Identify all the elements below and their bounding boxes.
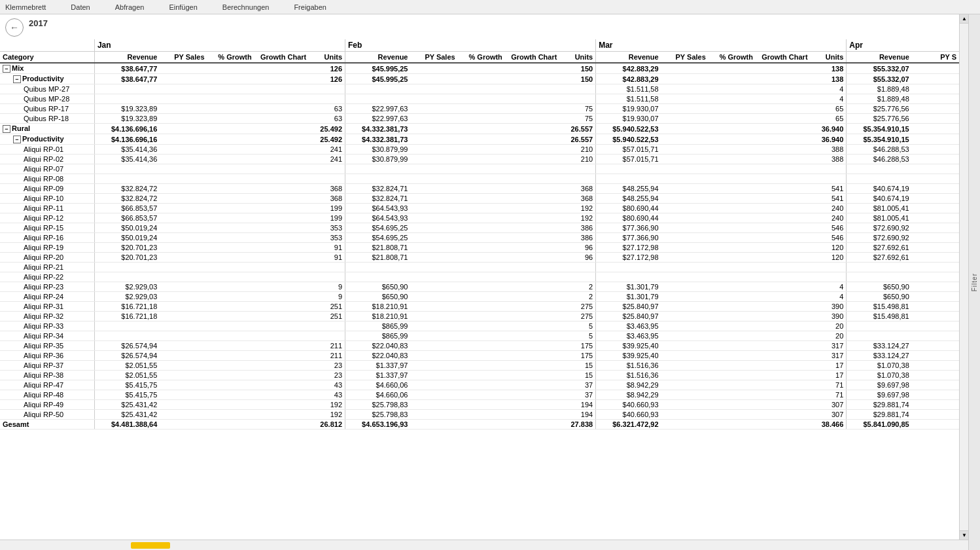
data-cell: 211 (313, 341, 345, 351)
data-cell (505, 390, 563, 400)
data-cell: 240 (814, 213, 847, 223)
toolbar-row: ← 2017 (0, 14, 980, 40)
scroll-up-button[interactable]: ▲ (960, 14, 969, 24)
th-apr-revenue: Revenue (847, 52, 912, 64)
data-cell (709, 124, 756, 134)
data-cell: 210 (563, 155, 596, 164)
row-name-label: Aliqui RP-49 (24, 401, 63, 409)
collapse-icon[interactable]: − (13, 136, 21, 143)
data-cell (912, 361, 959, 371)
menu-freigaben[interactable]: Freigaben (291, 2, 329, 12)
data-cell: 150 (563, 63, 596, 74)
data-cell (254, 194, 313, 204)
menu-berechnungen[interactable]: Berechnungen (220, 2, 272, 12)
data-cell (207, 114, 254, 124)
data-cell (207, 155, 254, 164)
data-cell (563, 263, 596, 272)
data-cell (458, 410, 505, 420)
data-cell: $4.136.696,16 (94, 124, 160, 134)
category-cell: Aliqui RP-02 (0, 155, 94, 164)
category-cell: Aliqui RP-47 (0, 380, 94, 390)
data-cell (661, 400, 709, 410)
category-cell: Quibus RP-17 (0, 104, 94, 114)
data-cell (912, 272, 959, 282)
data-cell (160, 312, 207, 321)
data-cell (458, 104, 505, 114)
data-cell: 26.812 (313, 420, 345, 430)
category-cell: Aliqui RP-24 (0, 292, 94, 302)
data-cell: $8.942,29 (596, 380, 661, 390)
table-row: Aliqui RP-21 (0, 263, 959, 272)
data-cell (160, 74, 207, 84)
data-cell (709, 145, 756, 155)
data-cell: 386 (563, 223, 596, 233)
data-cell (505, 74, 563, 84)
filter-panel[interactable]: Filter (968, 14, 980, 550)
data-cell (563, 272, 596, 282)
data-cell: $3.463,95 (596, 331, 661, 341)
horizontal-scrollbar[interactable] (0, 540, 968, 550)
data-cell (756, 410, 814, 420)
data-cell: $21.808,71 (345, 253, 411, 263)
data-cell (254, 292, 313, 302)
data-cell: $42.883,29 (596, 63, 661, 74)
data-cell: $18.210,91 (345, 302, 411, 312)
data-cell (207, 351, 254, 361)
scroll-down-button[interactable]: ▼ (960, 530, 969, 540)
data-cell: $22.997,63 (345, 104, 411, 114)
menu-klemmebrett[interactable]: Klemmebrett (3, 2, 48, 12)
data-cell: $1.301,79 (596, 292, 661, 302)
data-cell (410, 184, 457, 194)
data-cell (756, 390, 814, 400)
data-cell (661, 263, 709, 272)
data-cell (505, 155, 563, 164)
data-cell (505, 302, 563, 312)
collapse-icon[interactable]: − (13, 75, 21, 83)
data-cell: $66.853,57 (94, 213, 160, 223)
collapse-icon[interactable]: − (3, 125, 10, 133)
data-cell (345, 164, 411, 174)
data-cell (458, 213, 505, 223)
data-cell (709, 361, 756, 371)
data-cell: $29.881,74 (847, 410, 912, 420)
data-cell: $1.889,48 (847, 84, 912, 94)
data-cell (94, 272, 160, 282)
data-cell (254, 243, 313, 253)
data-cell (912, 263, 959, 272)
data-cell (254, 84, 313, 94)
data-cell (756, 243, 814, 253)
data-cell: $72.690,92 (847, 223, 912, 233)
data-cell (505, 94, 563, 104)
data-cell (847, 331, 912, 341)
data-cell (661, 164, 709, 174)
row-name-label: Aliqui RP-50 (24, 411, 63, 418)
scroll-thumb[interactable] (131, 542, 170, 549)
menu-daten[interactable]: Daten (68, 2, 92, 12)
data-cell: $25.776,56 (847, 114, 912, 124)
vertical-scrollbar[interactable]: ▲ ▼ (959, 14, 968, 540)
data-cell (505, 243, 563, 253)
data-cell (709, 380, 756, 390)
data-cell (756, 74, 814, 84)
table-row: Aliqui RP-10$32.824,72368$32.824,71368$4… (0, 194, 959, 204)
category-cell: −Mix (0, 63, 94, 74)
data-cell (756, 145, 814, 155)
data-cell (661, 351, 709, 361)
menu-einfuegen[interactable]: Einfügen (166, 2, 200, 12)
data-cell: $650,90 (847, 282, 912, 292)
data-cell: 353 (313, 233, 345, 243)
data-cell: 192 (313, 410, 345, 420)
data-cell (254, 341, 313, 351)
data-cell (709, 292, 756, 302)
data-cell (756, 84, 814, 94)
data-cell (505, 223, 563, 233)
data-cell (207, 263, 254, 272)
collapse-icon[interactable]: − (3, 65, 10, 73)
data-cell: $33.124,27 (847, 351, 912, 361)
data-cell (847, 263, 912, 272)
data-cell (709, 155, 756, 164)
menu-abfragen[interactable]: Abfragen (113, 2, 147, 12)
back-button[interactable]: ← (5, 18, 24, 37)
data-cell (254, 164, 313, 174)
data-cell (709, 213, 756, 223)
